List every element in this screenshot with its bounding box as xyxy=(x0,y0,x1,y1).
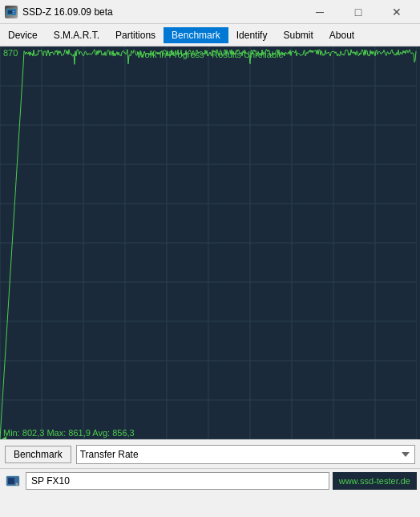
menu-item-device[interactable]: Device xyxy=(0,27,46,43)
svg-rect-1 xyxy=(8,10,12,14)
app-icon xyxy=(5,6,18,18)
drive-icon xyxy=(3,471,22,491)
svg-point-6 xyxy=(16,483,18,485)
chart-stats: Min: 802,3 Max: 861,9 Avg: 856,3 xyxy=(3,428,135,438)
chart-title: Work in Progress - Results Unreliable xyxy=(0,48,420,61)
status-bar: SP FX10 www.ssd-tester.de xyxy=(0,468,420,492)
menu-item-smart[interactable]: S.M.A.R.T. xyxy=(46,27,107,43)
title-controls: ─ □ ✕ xyxy=(301,3,415,21)
menu-item-identify[interactable]: Identify xyxy=(228,27,276,43)
menu-item-about[interactable]: About xyxy=(321,27,362,43)
benchmark-button[interactable]: Benchmark xyxy=(5,446,71,463)
bottom-controls: Benchmark Transfer RateRandom ReadRandom… xyxy=(0,439,420,468)
menu-item-submit[interactable]: Submit xyxy=(275,27,321,43)
website-label: www.ssd-tester.de xyxy=(333,472,417,490)
svg-rect-2 xyxy=(13,11,14,12)
drive-name: SP FX10 xyxy=(26,472,329,490)
menu-bar: DeviceS.M.A.R.T.PartitionsBenchmarkIdent… xyxy=(0,24,420,46)
title-bar: SSD-Z 16.09.09 beta ─ □ ✕ xyxy=(0,0,420,24)
minimize-button[interactable]: ─ xyxy=(301,3,338,21)
maximize-button[interactable]: □ xyxy=(340,3,377,21)
svg-rect-3 xyxy=(13,13,14,14)
menu-item-partitions[interactable]: Partitions xyxy=(107,27,164,43)
menu-item-benchmark[interactable]: Benchmark xyxy=(164,27,228,43)
close-button[interactable]: ✕ xyxy=(378,3,415,21)
transfer-type-dropdown[interactable]: Transfer RateRandom ReadRandom WriteSequ… xyxy=(76,445,415,464)
chart-container: 870 Work in Progress - Results Unreliabl… xyxy=(0,46,420,439)
svg-rect-5 xyxy=(8,478,14,484)
title-bar-left: SSD-Z 16.09.09 beta xyxy=(5,6,113,18)
window-title: SSD-Z 16.09.09 beta xyxy=(22,6,113,18)
